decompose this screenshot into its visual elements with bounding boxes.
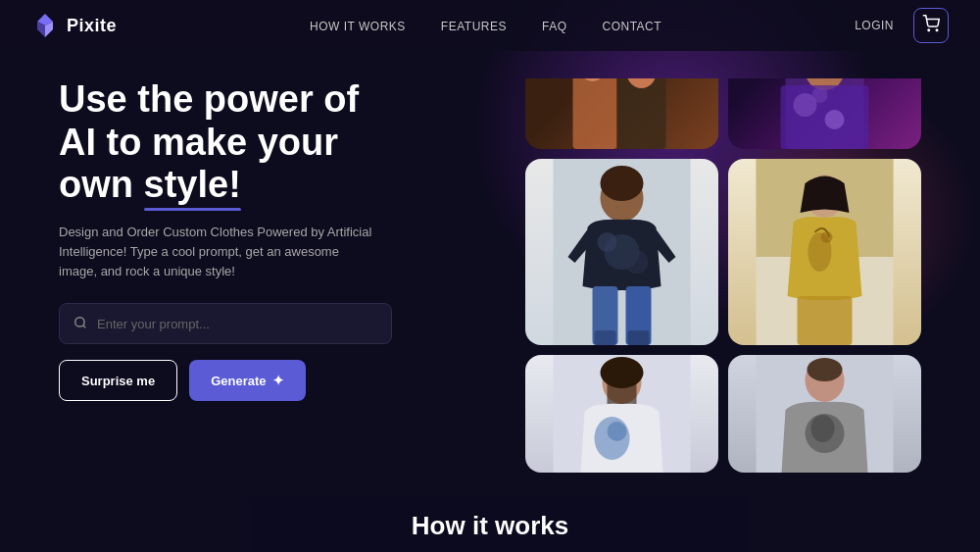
svg-point-43 — [811, 415, 835, 442]
nav-links: HOW IT WORKS FEATURES FAQ CONTACT — [310, 17, 662, 34]
prompt-search-bar — [59, 303, 392, 344]
svg-rect-7 — [573, 78, 617, 149]
nav-item-how-it-works[interactable]: HOW IT WORKS — [310, 17, 406, 34]
clothing-image-grid — [510, 78, 921, 473]
svg-line-6 — [83, 326, 86, 328]
svg-point-5 — [75, 318, 84, 326]
hero-title-line1: Use the power of — [59, 78, 359, 120]
hero-title-highlight: style! — [144, 164, 241, 207]
surprise-button[interactable]: Surprise me — [59, 360, 177, 401]
svg-point-31 — [821, 231, 833, 243]
svg-point-41 — [808, 358, 843, 381]
hero-image-grid — [510, 78, 921, 497]
logo-icon — [31, 12, 59, 39]
svg-point-22 — [625, 250, 649, 274]
nav-item-contact[interactable]: CONTACT — [603, 17, 662, 34]
clothing-image-1 — [525, 78, 718, 149]
logo-area: Pixite — [31, 12, 117, 39]
sparkle-icon: ✦ — [272, 373, 284, 388]
hero-section: Use the power of AI to make your own sty… — [59, 78, 510, 401]
login-link[interactable]: LOGIN — [855, 19, 894, 32]
nav-item-features[interactable]: FEATURES — [441, 17, 507, 34]
prompt-input[interactable] — [97, 317, 377, 331]
svg-rect-25 — [595, 330, 616, 345]
svg-point-3 — [928, 29, 930, 31]
clothing-image-5 — [525, 355, 718, 473]
svg-point-16 — [812, 87, 828, 103]
svg-rect-26 — [628, 330, 650, 345]
generate-label: Generate — [211, 374, 266, 388]
generate-button[interactable]: Generate ✦ — [189, 360, 305, 401]
svg-point-19 — [601, 166, 644, 201]
svg-point-21 — [598, 232, 617, 252]
svg-point-4 — [936, 29, 938, 31]
clothing-image-6 — [728, 355, 921, 473]
hero-title-line2: AI to make your — [59, 122, 338, 163]
nav-item-faq[interactable]: FAQ — [542, 17, 567, 34]
how-it-works-section: How it works — [0, 497, 980, 552]
cart-icon — [922, 15, 940, 36]
brand-name: Pixite — [67, 16, 117, 36]
clothing-image-4 — [728, 159, 921, 345]
nav-right: LOGIN — [855, 8, 949, 43]
svg-rect-32 — [798, 296, 853, 345]
clothing-image-2 — [728, 78, 921, 149]
navbar: Pixite HOW IT WORKS FEATURES FAQ CONTACT… — [0, 0, 980, 51]
svg-point-35 — [601, 357, 644, 388]
clothing-image-3 — [525, 159, 718, 345]
how-it-works-title: How it works — [0, 511, 980, 541]
hero-title-line3-before: own — [59, 164, 144, 205]
search-icon — [74, 316, 87, 332]
hero-title: Use the power of AI to make your own sty… — [59, 78, 490, 207]
svg-point-38 — [608, 422, 627, 441]
svg-rect-9 — [617, 78, 666, 149]
hero-subtitle: Design and Order Custom Clothes Powered … — [59, 223, 372, 281]
main-content: Use the power of AI to make your own sty… — [0, 51, 980, 497]
cart-button[interactable] — [913, 8, 949, 43]
hero-buttons: Surprise me Generate ✦ — [59, 360, 490, 401]
svg-point-15 — [825, 110, 845, 129]
